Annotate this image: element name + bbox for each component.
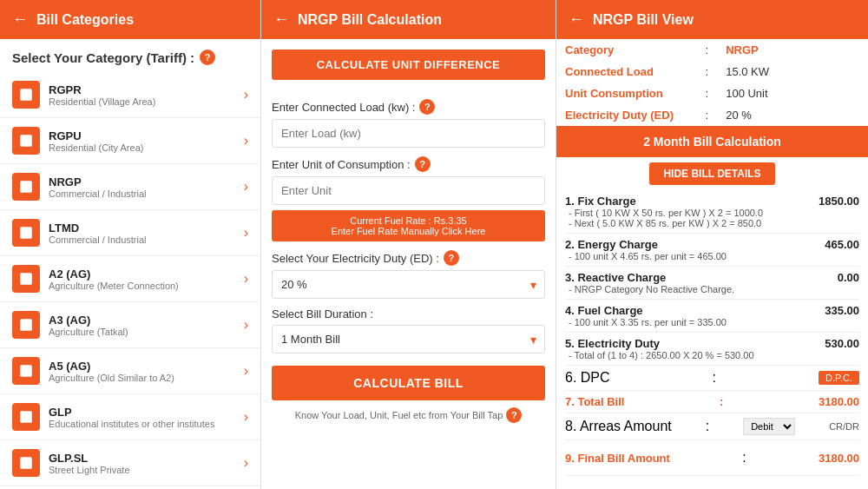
panel2-back-button[interactable]: ← [273,10,289,29]
category-name-a5ag: A5 (AG) [49,360,244,373]
svg-rect-5 [20,319,32,331]
panel3-back-button[interactable]: ← [569,10,584,29]
nrgp-bill-calculation-panel: ← NRGP Bill Calculation CALCULATE UNIT D… [260,0,556,489]
charge-amount: 1850.00 [819,195,859,208]
charge-title: 3. Reactive Charge [565,271,666,284]
category-chevron-glpsl: › [244,455,248,471]
arreas-crdr: CR/DR [829,421,859,432]
electricity-duty-label: Select Your Electricity Duty (ED) : ? [272,250,545,266]
charge-desc: - First ( 10 KW X 50 rs. per KW ) X 2 = … [565,208,859,218]
category-name-a2ag: A2 (AG) [49,268,244,281]
category-chevron-rgpu: › [244,133,248,149]
svg-rect-3 [20,227,32,239]
category-value: NRGP [717,39,868,61]
panel2-title: NRGP Bill Calculation [298,12,442,28]
category-item-glp[interactable]: GLP Educational institutes or other inst… [0,394,260,440]
hide-bill-details-button[interactable]: HIDE BILL DETAILS [649,162,774,185]
category-chevron-ltmd: › [244,225,248,241]
final-bill-label: 9. Final Bill Amount [565,452,670,465]
category-desc-glp: Educational institutes or other institut… [49,419,244,429]
know-load-help-icon[interactable]: ? [506,407,522,423]
category-icon-nrgp [12,173,40,201]
dpc-label: 6. DPC [565,370,610,386]
category-item-a5ag[interactable]: A5 (AG) Agriculture (Old Similar to A2) … [0,348,260,394]
charge-amount: 530.00 [825,337,859,350]
bill-duration-label: Select Bill Duration : [272,307,545,320]
select-category-help-icon[interactable]: ? [200,50,215,65]
category-item-a2ag[interactable]: A2 (AG) Agriculture (Meter Connection) › [0,256,260,302]
arreas-amount-row: 8. Arreas Amount : DebitCredit CR/DR [565,413,859,440]
category-chevron-a2ag: › [244,271,248,287]
category-chevron-a3ag: › [244,317,248,333]
svg-rect-0 [20,89,32,101]
category-list: RGPR Residential (Village Area) › RGPU R… [0,72,260,489]
charge-desc: - Next ( 5.0 KW X 85 rs. per KW ) X 2 = … [565,218,859,228]
category-item-rgpu[interactable]: RGPU Residential (City Area) › [0,118,260,164]
category-item-a3ag[interactable]: A3 (AG) Agriculture (Tatkal) › [0,302,260,348]
category-icon-glp [12,403,40,431]
category-name-rgpu: RGPU [49,129,244,142]
panel2-header: ← NRGP Bill Calculation [261,0,556,39]
svg-rect-7 [20,411,32,423]
charge-title: 2. Energy Charge [565,238,658,251]
know-load-hint: Know Your Load, Unit, Fuel etc from Your… [272,407,545,423]
arreas-debit-select[interactable]: DebitCredit [743,418,795,435]
unit-consumption-input[interactable] [272,176,545,205]
final-bill-amount: 3180.00 [819,452,859,465]
bill-charge-row-2: 2. Energy Charge 465.00 - 100 unit X 4.6… [565,234,859,267]
category-name-glpsl: GLP.SL [49,452,244,465]
category-desc-nrgp: Commercial / Industrial [49,188,244,199]
panel3-title: NRGP Bill View [593,12,694,28]
dpc-badge: D.P.C. [819,371,859,385]
bill-dpc-row: 6. DPC : D.P.C. [565,366,859,391]
category-item-rgpr[interactable]: RGPR Residential (Village Area) › [0,72,260,118]
category-item-glpsl[interactable]: GLP.SL Street Light Private › [0,440,260,486]
svg-rect-8 [20,457,32,469]
panel1-title: Bill Categories [36,12,134,28]
category-desc-rgpr: Residential (Village Area) [49,96,244,107]
svg-rect-4 [20,273,32,285]
charge-amount: 335.00 [825,304,859,317]
unit-consumption-help-icon[interactable]: ? [415,156,431,172]
unit-summary-value: 100 Unit [717,83,868,104]
unit-consumption-label: Enter Unit of Consumption : ? [272,156,545,172]
connected-load-input[interactable] [272,119,545,148]
svg-rect-2 [20,181,32,193]
summary-category-row: Category : NRGP [556,39,868,61]
category-chevron-nrgp: › [244,179,248,195]
bill-duration-select[interactable]: 1 Month Bill 2 Month Bill 3 Month Bill [272,325,545,354]
category-desc-a3ag: Agriculture (Tatkal) [49,327,244,337]
connected-load-help-icon[interactable]: ? [419,99,435,115]
bill-categories-panel: ← Bill Categories Select Your Category (… [0,0,260,489]
category-item-nrgp[interactable]: NRGP Commercial / Industrial › [0,164,260,210]
category-chevron-a5ag: › [244,363,248,379]
bill-view-content: Category : NRGP Connected Load : 15.0 KW… [556,39,868,489]
bill-charge-row-5: 5. Electricity Duty 530.00 - Total of (1… [565,333,859,366]
electricity-duty-select[interactable]: 20 % 15 % 10 % [272,270,545,299]
electricity-duty-help-icon[interactable]: ? [444,250,459,266]
charge-desc: - 100 unit X 4.65 rs. per unit = 465.00 [565,251,859,261]
category-desc-ltmd: Commercial / Industrial [49,235,244,245]
category-desc-a5ag: Agriculture (Old Similar to A2) [49,373,244,383]
unit-summary-label: Unit Consumption [556,83,697,104]
panel1-back-button[interactable]: ← [12,10,28,29]
calculate-bill-button[interactable]: CALCULATE BILL [272,366,545,400]
charge-title: 5. Electricity Duty [565,337,660,350]
category-icon-rgpr [12,81,40,109]
category-item-ltmd[interactable]: LTMD Commercial / Industrial › [0,210,260,256]
fuel-rate-box[interactable]: Current Fuel Rate : Rs.3.35 Enter Fuel R… [272,210,545,241]
connected-load-summary-label: Connected Load [556,61,697,83]
bill-charge-row-3: 3. Reactive Charge 0.00 - NRGP Category … [565,267,859,300]
charge-desc: - NRGP Category No Reactive Charge. [565,284,859,294]
bill-details: 1. Fix Charge 1850.00 - First ( 10 KW X … [556,190,868,476]
category-name-glp: GLP [49,406,244,419]
connected-load-label: Enter Connected Load (kw) : ? [272,99,545,115]
category-chevron-glp: › [244,409,248,425]
charge-title: 4. Fuel Charge [565,304,643,317]
calculate-unit-diff-button[interactable]: CALCULATE UNIT DIFFERENCE [272,50,545,80]
category-desc-rgpu: Residential (City Area) [49,142,244,153]
charge-desc: - Total of (1 to 4) : 2650.00 X 20 % = 5… [565,350,859,360]
category-desc-glpsl: Street Light Private [49,465,244,475]
summary-ed-row: Electricity Duty (ED) : 20 % [556,104,868,126]
month-bill-header: 2 Month Bill Calculation [556,126,868,157]
